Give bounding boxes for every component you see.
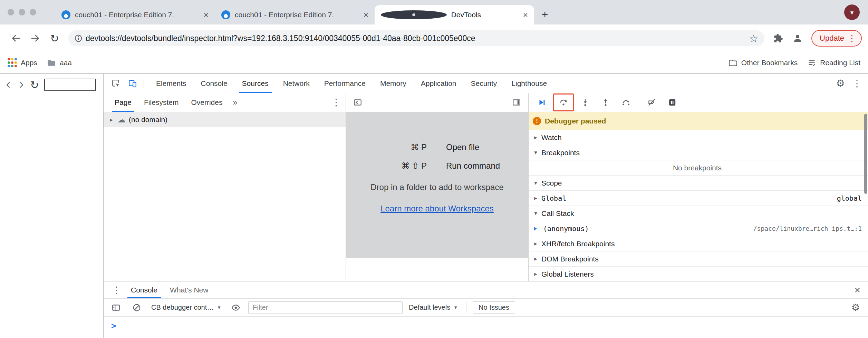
reading-list-icon: [807, 58, 816, 67]
inspect-cursor-icon: [112, 79, 120, 88]
section-global-listeners[interactable]: ▸ Global Listeners: [529, 267, 868, 281]
other-bookmarks-button[interactable]: Other Bookmarks: [729, 58, 798, 67]
tab-network[interactable]: Network: [276, 74, 317, 93]
new-tab-button[interactable]: +: [537, 7, 553, 22]
tab-page[interactable]: Page: [108, 93, 138, 112]
drawer-tab-console[interactable]: Console: [125, 281, 164, 298]
console-settings-button[interactable]: ⚙: [847, 300, 864, 315]
section-breakpoints[interactable]: ▾ Breakpoints: [529, 145, 868, 160]
bookmark-folder-aaa[interactable]: aaa: [47, 58, 72, 67]
step-button[interactable]: [617, 95, 635, 110]
more-tabs-button[interactable]: »: [229, 93, 241, 112]
folder-label: aaa: [60, 59, 72, 67]
log-levels-selector[interactable]: Default levels ▼: [407, 304, 460, 311]
learn-more-workspaces-link[interactable]: Learn more about Workspaces: [346, 204, 528, 213]
console-prompt-row[interactable]: >: [104, 317, 868, 338]
close-drawer-button[interactable]: ×: [851, 281, 863, 298]
tab-performance[interactable]: Performance: [317, 74, 373, 93]
device-toolbar-button[interactable]: [124, 76, 141, 91]
address-bar[interactable]: devtools://devtools/bundled/inspector.ht…: [68, 30, 764, 46]
tab-close-icon[interactable]: ×: [202, 11, 210, 19]
inspect-element-button[interactable]: [108, 76, 124, 91]
call-stack-frame-row[interactable]: (anonymous) /space/linuxbre…rich_ips.t…:…: [529, 221, 868, 236]
window-close-button[interactable]: [8, 9, 14, 16]
sidebar-menu-button[interactable]: ⋮: [331, 93, 341, 112]
window-minimize-button[interactable]: [19, 9, 25, 16]
browser-window: couch01 - Enterprise Edition 7. × couch0…: [0, 0, 868, 338]
expand-arrow-icon[interactable]: ▸: [533, 270, 539, 278]
reading-list-button[interactable]: Reading List: [807, 58, 860, 67]
update-button[interactable]: Update ⋮: [811, 30, 862, 47]
collapse-arrow-icon[interactable]: ▾: [533, 210, 539, 217]
paused-warning-icon: !: [533, 117, 541, 125]
step-out-button[interactable]: [597, 95, 615, 110]
reload-button[interactable]: ↻: [45, 29, 64, 48]
window-zoom-button[interactable]: [30, 9, 36, 16]
back-button[interactable]: [6, 29, 26, 48]
tab-sources[interactable]: Sources: [235, 74, 276, 93]
sources-panel: Page Filesystem Overrides » ⋮ ▸ ☁ (no do…: [104, 93, 868, 281]
live-expression-eye-button[interactable]: [228, 300, 244, 315]
expand-arrow-icon[interactable]: ▸: [533, 255, 539, 262]
expand-arrow-icon[interactable]: ▸: [108, 116, 114, 123]
forward-button[interactable]: [26, 29, 45, 48]
browser-tab-couch01-2[interactable]: couch01 - Enterprise Edition 7. ×: [215, 5, 375, 24]
tab-close-icon[interactable]: ×: [362, 11, 370, 19]
section-watch[interactable]: ▸ Watch: [529, 130, 868, 145]
shortcut-label: Open file: [446, 142, 479, 152]
console-context-selector[interactable]: CB debugger cont… ▼: [149, 304, 223, 311]
tab-application[interactable]: Application: [414, 74, 464, 93]
apps-shortcut[interactable]: Apps: [8, 58, 37, 67]
pause-on-exceptions-button[interactable]: [663, 95, 681, 110]
expand-arrow-icon[interactable]: ▸: [533, 195, 539, 202]
pane-back-button[interactable]: [3, 80, 13, 90]
frame-location[interactable]: /space/linuxbre…rich_ips.t…:1: [753, 225, 862, 232]
pane-reload-button[interactable]: ↻: [30, 80, 39, 90]
collapse-arrow-icon[interactable]: ▾: [533, 179, 539, 187]
section-dom-breakpoints[interactable]: ▸ DOM Breakpoints: [529, 251, 868, 267]
browser-tab-couch01-1[interactable]: couch01 - Enterprise Edition 7. ×: [55, 5, 215, 24]
tab-console[interactable]: Console: [194, 74, 235, 93]
collapse-sidebar-button[interactable]: [349, 95, 366, 110]
tree-item-no-domain[interactable]: ▸ ☁ (no domain): [104, 112, 346, 127]
collapse-arrow-icon[interactable]: ▾: [533, 149, 539, 156]
resume-script-button[interactable]: [533, 95, 551, 110]
console-filter-input[interactable]: [248, 301, 403, 314]
show-right-panel-button[interactable]: [508, 95, 525, 110]
deactivate-breakpoints-button[interactable]: [643, 95, 661, 110]
step-into-button[interactable]: [576, 95, 594, 110]
section-call-stack[interactable]: ▾ Call Stack: [529, 206, 868, 221]
tab-security[interactable]: Security: [463, 74, 504, 93]
clear-console-button[interactable]: [128, 300, 145, 315]
scrollbar-thumb[interactable]: [864, 114, 867, 194]
devtools-menu-button[interactable]: ⋮: [849, 76, 865, 91]
tab-filesystem[interactable]: Filesystem: [138, 93, 185, 112]
drawer-menu-button[interactable]: ⋮: [108, 281, 125, 298]
pane-forward-button[interactable]: [17, 80, 26, 90]
tab-lighthouse[interactable]: Lighthouse: [504, 74, 554, 93]
browser-tab-devtools[interactable]: DevTools ×: [375, 5, 534, 24]
expand-arrow-icon[interactable]: ▸: [533, 134, 539, 141]
devtools-favicon-icon: [381, 10, 447, 19]
expand-arrow-icon[interactable]: ▸: [533, 240, 539, 247]
tab-elements[interactable]: Elements: [149, 74, 194, 93]
tab-close-icon[interactable]: ×: [521, 11, 529, 19]
extensions-button[interactable]: [769, 29, 788, 48]
no-issues-button[interactable]: No Issues: [473, 301, 515, 314]
left-pane-address-input[interactable]: [44, 79, 96, 91]
drawer-tab-whats-new[interactable]: What's New: [164, 281, 214, 298]
browser-menu-kebab-icon[interactable]: ⋮: [846, 33, 858, 43]
section-scope[interactable]: ▾ Scope: [529, 176, 868, 191]
profile-update-badge[interactable]: ▾: [844, 4, 860, 20]
tab-overrides[interactable]: Overrides: [185, 93, 229, 112]
panel-right-icon: [512, 98, 521, 107]
site-info-button[interactable]: [71, 31, 86, 46]
section-xhr-breakpoints[interactable]: ▸ XHR/fetch Breakpoints: [529, 236, 868, 251]
devtools-settings-button[interactable]: ⚙: [832, 76, 849, 91]
tab-memory[interactable]: Memory: [373, 74, 414, 93]
console-sidebar-toggle-button[interactable]: [108, 300, 124, 315]
step-over-button[interactable]: [554, 95, 572, 110]
bookmark-star-button[interactable]: ☆: [746, 31, 761, 46]
profile-avatar-button[interactable]: [788, 29, 807, 48]
scope-global-row[interactable]: ▸ Global global: [529, 191, 868, 206]
